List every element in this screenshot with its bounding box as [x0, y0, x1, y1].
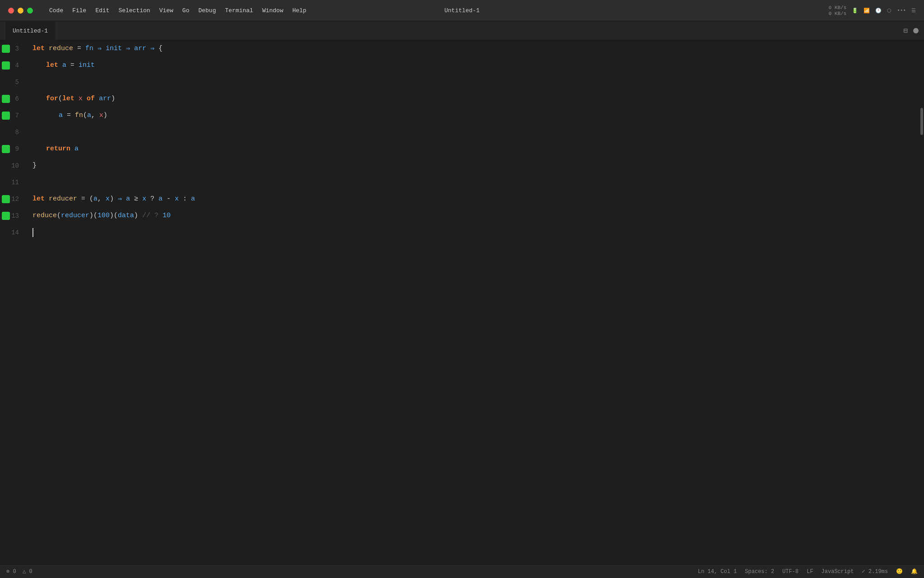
list-icon: ☰	[911, 8, 916, 14]
editor-scrollbar[interactable]	[918, 40, 924, 564]
paren-fn-close: )	[103, 112, 107, 119]
var-x: x	[79, 95, 83, 103]
scrollbar-thumb[interactable]	[920, 108, 923, 135]
code-line-4: let a = init	[23, 57, 918, 74]
line-ending[interactable]: LF	[807, 569, 813, 575]
line-num-4: 4	[10, 62, 23, 69]
perf-indicator[interactable]: ✓ 2.19ms	[862, 568, 888, 575]
menu-file[interactable]: File	[69, 5, 90, 16]
code-line-5	[23, 74, 918, 90]
brace-open: {	[154, 45, 162, 52]
cursor-position[interactable]: Ln 14, Col 1	[698, 569, 737, 575]
tab-label: Untitled-1	[13, 28, 48, 34]
error-count[interactable]: ⊗ 0 △ 0	[6, 568, 32, 575]
menu-view[interactable]: View	[156, 5, 177, 16]
line-num-3: 3	[10, 45, 23, 52]
arrow-3: ⇒	[150, 44, 154, 53]
menu-terminal[interactable]: Terminal	[222, 5, 257, 16]
breakpoint-7[interactable]	[2, 112, 10, 120]
notification-icon[interactable]: 🔔	[911, 568, 918, 575]
menu-help[interactable]: Help	[289, 5, 310, 16]
arrow-4: ⇒	[118, 195, 122, 203]
gutter-line-4: 4	[0, 57, 23, 74]
split-editor-icon[interactable]: ⊟	[903, 26, 908, 35]
brace-close: }	[32, 162, 37, 169]
emoji-icon[interactable]: 🙂	[896, 568, 903, 575]
window-title: Untitled-1	[444, 7, 480, 14]
file-encoding[interactable]: UTF-8	[782, 569, 799, 575]
code-line-11	[23, 174, 918, 191]
var-reducer: reducer	[49, 195, 77, 203]
menu-debug[interactable]: Debug	[195, 5, 220, 16]
maximize-button[interactable]	[27, 8, 33, 14]
sp	[95, 95, 99, 103]
eq: =	[73, 45, 85, 52]
breakpoint-11	[2, 178, 10, 186]
network-up: 0 KB/s	[829, 5, 847, 10]
breakpoint-3[interactable]	[2, 45, 10, 53]
line-num-13: 13	[10, 212, 23, 219]
gutter-line-8: 8	[0, 124, 23, 140]
sp3	[130, 195, 134, 203]
line-number-gutter: 3 4 5 6 7 8 9	[0, 40, 23, 564]
cursor	[32, 228, 33, 237]
breakpoint-8	[2, 128, 10, 136]
menu-edit[interactable]: Edit	[92, 5, 113, 16]
menu-code[interactable]: Code	[46, 5, 67, 16]
param-fn: fn	[85, 45, 93, 52]
breakpoint-13[interactable]	[2, 212, 10, 220]
close-button[interactable]	[8, 8, 14, 14]
tabbar: Untitled-1 ⊟	[0, 21, 924, 40]
line-num-9: 9	[10, 145, 23, 153]
sp	[45, 195, 49, 203]
arg-data: data	[118, 212, 134, 219]
code-editor[interactable]: let reduce = fn ⇒ init ⇒ arr ⇒ { let a =	[23, 40, 918, 564]
menu-selection[interactable]: Selection	[115, 5, 154, 16]
gutter-line-7: 7	[0, 107, 23, 124]
paren-r1: (	[57, 212, 61, 219]
editor-tab[interactable]: Untitled-1	[5, 21, 55, 40]
breakpoint-6[interactable]	[2, 95, 10, 103]
line-num-6: 6	[10, 95, 23, 103]
line-num-5: 5	[10, 79, 23, 86]
language-mode[interactable]: JavaScript	[821, 569, 854, 575]
breakpoint-4[interactable]	[2, 61, 10, 70]
error-num: 0	[13, 569, 16, 575]
keyword-for: for	[46, 95, 58, 103]
menu-go[interactable]: Go	[179, 5, 193, 16]
publish-icon[interactable]	[913, 28, 919, 33]
statusbar: ⊗ 0 △ 0 Ln 14, Col 1 Spaces: 2 UTF-8 LF …	[0, 564, 924, 578]
breakpoint-9[interactable]	[2, 145, 10, 153]
indentation[interactable]: Spaces: 2	[745, 569, 774, 575]
minimize-button[interactable]	[18, 8, 23, 14]
paren-r4: )	[134, 212, 142, 219]
comment-value: 10	[162, 212, 171, 219]
var-x2: x	[142, 195, 146, 203]
code-line-9: return a	[23, 140, 918, 157]
var-reduce: reduce	[49, 45, 73, 52]
gutter-line-10: 10	[0, 157, 23, 174]
network-down: 0 KB/s	[829, 11, 847, 16]
param-arr: arr	[134, 45, 146, 52]
sp	[130, 45, 134, 52]
warning-num: 0	[29, 569, 32, 575]
keyword-return: return	[46, 145, 70, 153]
keyword-let-3: let	[32, 45, 45, 52]
gutter-line-6: 6	[0, 90, 23, 107]
var-x3: x	[175, 195, 179, 203]
gutter-line-5: 5	[0, 74, 23, 90]
arg-a: a	[87, 112, 91, 119]
var-a5: a	[158, 195, 162, 203]
titlebar: Code File Edit Selection View Go Debug T…	[0, 0, 924, 21]
paren-open: (	[58, 95, 62, 103]
clock-icon: 🕐	[875, 8, 882, 14]
sp	[74, 95, 79, 103]
breakpoint-12[interactable]	[2, 195, 10, 203]
spotlight-icon: ⬡	[887, 8, 892, 14]
gutter-line-9: 9	[0, 140, 23, 157]
code-line-10: }	[23, 157, 918, 174]
line-num-7: 7	[10, 112, 23, 119]
menu-window[interactable]: Window	[259, 5, 287, 16]
comma2: ,	[97, 195, 106, 203]
breakpoint-10	[2, 162, 10, 170]
